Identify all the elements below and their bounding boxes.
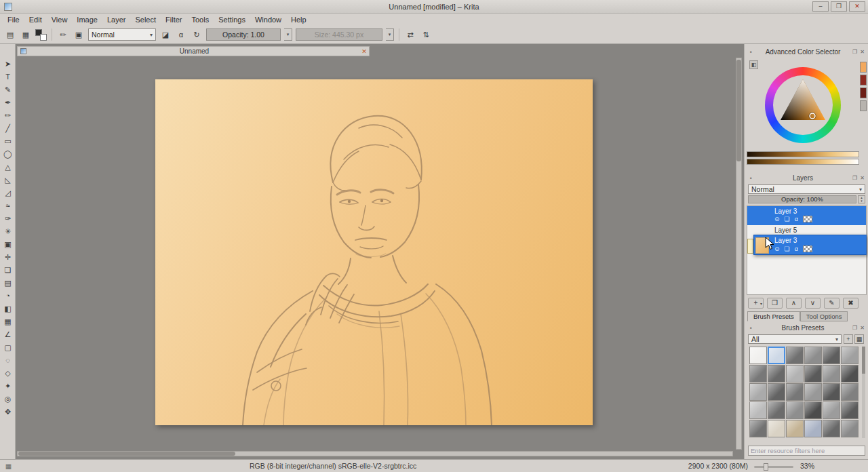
menu-filter[interactable]: Filter (161, 14, 186, 25)
brush-preset-thumb[interactable] (823, 401, 840, 419)
menu-image[interactable]: Image (72, 14, 102, 25)
brush-preset-thumb[interactable] (841, 401, 859, 419)
menu-window[interactable]: Window (250, 14, 286, 25)
brush-preset-thumb[interactable] (749, 347, 767, 364)
brush-preset-thumb[interactable] (841, 347, 859, 364)
rect-select-icon[interactable]: ▢ (0, 341, 16, 354)
layer-opacity-spinner[interactable]: ▴ ▾ (858, 195, 865, 203)
brush-preset-thumb[interactable] (804, 401, 822, 419)
mirror-horizontal-icon[interactable]: ⇄ (404, 28, 416, 41)
freehand-brush-icon[interactable]: ✏ (0, 109, 16, 122)
fg-bg-colors[interactable] (35, 29, 47, 41)
mirror-vertical-icon[interactable]: ⇅ (420, 28, 432, 41)
edit-shapes-icon[interactable]: ✎ (0, 83, 16, 96)
spinner-down-icon[interactable]: ▾ (861, 199, 863, 203)
size-dropdown-icon[interactable]: ▾ (386, 28, 394, 41)
horizontal-scrollbar-thumb[interactable] (18, 452, 235, 456)
zoom-slider[interactable] (754, 466, 793, 468)
hsv-triangle[interactable] (773, 75, 833, 135)
brush-preset-thumb[interactable] (841, 365, 859, 382)
pattern-icon[interactable]: ▦ (20, 28, 32, 41)
brush-preset-thumb[interactable] (804, 383, 822, 401)
menu-settings[interactable]: Settings (214, 14, 250, 25)
pattern-edit-icon[interactable]: ▦ (0, 315, 16, 328)
brush-preset-thumb[interactable] (823, 383, 840, 401)
menu-help[interactable]: Help (286, 14, 311, 25)
line-icon[interactable]: ╱ (0, 122, 16, 135)
dynamic-brush-icon[interactable]: ✑ (0, 212, 16, 225)
crop-icon[interactable]: ❏ (0, 264, 16, 277)
brush-preset-thumb[interactable] (823, 420, 840, 437)
brush-preset-thumb[interactable] (768, 365, 785, 382)
layer-style-icon[interactable]: ❏ (785, 245, 790, 252)
layer-blend-mode-select[interactable]: Normal ▾ (748, 184, 865, 194)
float-docker-icon[interactable]: ❐ (851, 325, 859, 331)
layer-opacity-slider[interactable]: Opacity: 100% (748, 195, 856, 203)
brush-preset-thumb[interactable] (804, 420, 822, 437)
brush-preset-thumb[interactable] (786, 383, 804, 401)
brush-preset-thumb[interactable] (749, 383, 767, 401)
brush-preset-thumb[interactable] (786, 420, 804, 437)
pan-icon[interactable]: ✥ (0, 406, 16, 418)
polygon-select-icon[interactable]: ◇ (0, 367, 16, 380)
color-wheel[interactable] (765, 67, 841, 143)
calligraphy-icon[interactable]: ✒ (0, 96, 16, 109)
menu-file[interactable]: File (3, 14, 24, 25)
color-sampler-icon[interactable]: ◔ (0, 290, 16, 302)
polyline-icon[interactable]: ◺ (0, 174, 16, 186)
document-tab[interactable]: Unnamed ✕ (17, 46, 370, 56)
close-docker-icon[interactable]: ✕ (859, 175, 866, 181)
gradient-icon[interactable]: ▤ (0, 277, 16, 290)
history-swatch[interactable] (860, 100, 867, 111)
bezier-curve-icon[interactable]: ◿ (0, 186, 16, 199)
brush-preset-thumb[interactable] (768, 420, 785, 437)
gradient-icon[interactable]: ▤ (4, 28, 16, 41)
document-close-icon[interactable]: ✕ (359, 48, 369, 55)
vertical-scrollbar-thumb[interactable] (736, 60, 741, 161)
contiguous-select-icon[interactable]: ✦ (0, 380, 16, 393)
history-swatch[interactable] (860, 75, 867, 85)
layer-row[interactable]: Layer 3 ⊙ ❏ α (747, 206, 866, 225)
float-docker-icon[interactable]: ❐ (851, 175, 859, 181)
move-icon[interactable]: ✛ (0, 251, 16, 264)
multibrush-icon[interactable]: ✳ (0, 225, 16, 238)
text-icon[interactable]: T (0, 71, 16, 83)
menu-edit[interactable]: Edit (24, 14, 47, 25)
menu-select[interactable]: Select (130, 14, 161, 25)
brush-preset-thumb[interactable] (786, 401, 804, 419)
zoom-slider-thumb[interactable] (764, 463, 768, 471)
brush-preset-thumb[interactable] (768, 383, 785, 401)
layer-visibility-icon[interactable]: ⊙ (774, 216, 780, 222)
freehand-path-icon[interactable]: ≈ (0, 199, 16, 212)
brush-preset-thumb[interactable] (823, 347, 840, 364)
brush-preset-thumb[interactable] (804, 365, 822, 382)
brush-preset-thumb[interactable] (749, 365, 767, 382)
minimize-button[interactable]: – (812, 1, 829, 12)
measure-icon[interactable]: ∠ (0, 328, 16, 341)
preserve-alpha-icon[interactable]: α (175, 28, 187, 41)
brush-preset-thumb[interactable] (786, 347, 804, 364)
tab-brush-presets[interactable]: Brush Presets (747, 311, 800, 321)
blend-mode-select[interactable]: Normal ▾ (88, 28, 156, 41)
duplicate-layer-button[interactable]: ❐ (767, 298, 783, 309)
shade-selector-icon[interactable]: ◧ (749, 60, 758, 69)
ellipse-icon[interactable]: ◯ (0, 148, 16, 161)
fill-icon[interactable]: ◧ (0, 302, 16, 315)
shape-select-icon[interactable]: ➤ (0, 58, 16, 71)
tag-filter-select[interactable]: All ▾ (748, 334, 842, 344)
add-layer-button[interactable]: +▾ (748, 298, 764, 309)
rectangle-icon[interactable]: ▭ (0, 135, 16, 148)
brush-preset-thumb[interactable] (841, 420, 859, 437)
view-mode-icon[interactable]: ▦ (854, 334, 864, 344)
maximize-button[interactable]: ❐ (831, 1, 847, 12)
canvas[interactable] (155, 79, 593, 425)
reload-preset-icon[interactable]: ↻ (191, 28, 203, 41)
brush-preset-thumb[interactable] (804, 347, 822, 364)
brush-preset-thumb[interactable] (768, 347, 785, 364)
tab-tool-options[interactable]: Tool Options (800, 311, 848, 321)
docker-options-icon[interactable]: ▪ (747, 49, 755, 55)
layer-alpha-icon[interactable]: α (795, 245, 798, 252)
close-button[interactable]: ✕ (849, 1, 865, 12)
add-tag-icon[interactable]: + (844, 334, 853, 344)
brush-preset-thumb[interactable] (786, 365, 804, 382)
